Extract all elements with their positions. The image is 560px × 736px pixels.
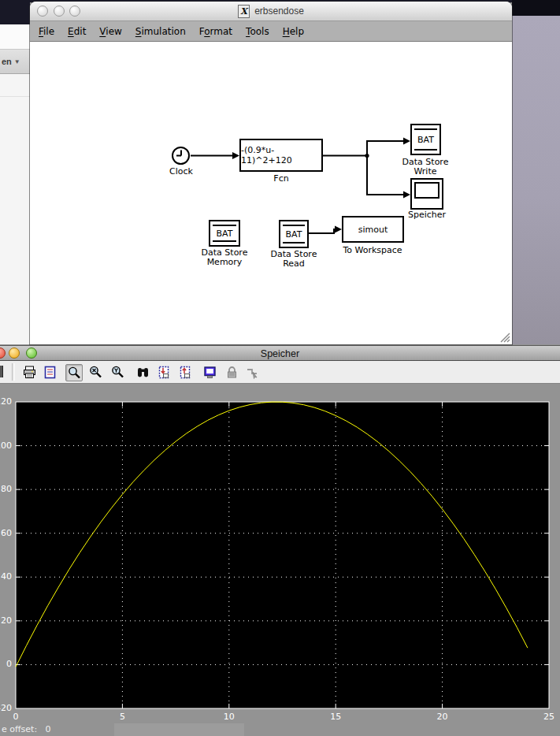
background-divider bbox=[0, 96, 30, 97]
data-store-memory-block[interactable]: BAT bbox=[209, 220, 240, 247]
menu-help[interactable]: Help bbox=[283, 26, 304, 37]
clock-block[interactable] bbox=[172, 147, 190, 165]
to-workspace-text: simout bbox=[358, 225, 388, 235]
model-canvas[interactable]: Clock -(0.9*u-11)^2+120 Fcn BAT Data Sto… bbox=[31, 43, 511, 344]
x-tick-label: 10 bbox=[217, 712, 241, 722]
scope-window-title: Speicher bbox=[0, 346, 560, 362]
arrowhead bbox=[335, 226, 342, 233]
lock-axes-button[interactable] bbox=[224, 364, 239, 380]
y-tick-label: 60 bbox=[0, 528, 12, 538]
lock-icon bbox=[224, 365, 239, 380]
background-dark-strip-right bbox=[512, 0, 560, 16]
clock-icon bbox=[173, 148, 188, 163]
menu-simulation[interactable]: Simulation bbox=[135, 26, 186, 37]
fcn-block[interactable]: -(0.9*u-11)^2+120 bbox=[239, 139, 323, 172]
scope-block-screen-icon bbox=[414, 182, 439, 199]
x-tick-label: 15 bbox=[324, 712, 347, 722]
floating-scope-icon bbox=[202, 365, 217, 380]
toolbar-separator bbox=[12, 363, 15, 381]
to-workspace-block[interactable]: simout bbox=[342, 216, 404, 243]
background-white-strip bbox=[0, 24, 30, 50]
block-rule bbox=[213, 225, 236, 226]
block-rule bbox=[414, 149, 437, 151]
save-axes-icon bbox=[157, 365, 172, 380]
y-tick-label: -20 bbox=[0, 703, 12, 713]
data-store-memory-text: BAT bbox=[217, 229, 233, 239]
block-rule bbox=[414, 128, 437, 130]
y-tick-label: 0 bbox=[0, 659, 12, 669]
y-tick-label: 40 bbox=[0, 571, 12, 582]
zoom-x-button[interactable] bbox=[87, 364, 103, 380]
autoscale-button[interactable] bbox=[135, 364, 150, 380]
x-tick-label: 20 bbox=[431, 712, 454, 722]
menu-format[interactable]: Format bbox=[199, 26, 232, 37]
zoom-icon bbox=[67, 366, 82, 381]
scope-plot-region: 0510152025120100806040200-20 e offset: 0 bbox=[0, 384, 560, 736]
partial-toolbar-icon bbox=[0, 366, 3, 377]
autoscale-binoculars-icon bbox=[135, 365, 150, 380]
resize-grip bbox=[501, 333, 510, 342]
zoom-y-button[interactable] bbox=[109, 364, 125, 380]
scope-plot-area[interactable] bbox=[0, 384, 560, 736]
data-store-memory-label: Data Store Memory bbox=[197, 248, 252, 267]
print-button[interactable] bbox=[21, 364, 37, 380]
window-title: erbsendose bbox=[254, 6, 304, 17]
menu-view[interactable]: View bbox=[99, 26, 121, 37]
desktop-wallpaper bbox=[512, 16, 560, 344]
restore-axes-icon bbox=[178, 365, 193, 380]
scope-block[interactable] bbox=[410, 178, 443, 210]
background-dark-strip-left bbox=[0, 0, 30, 24]
menu-tools[interactable]: Tools bbox=[246, 26, 269, 37]
x-tick-label: 5 bbox=[110, 712, 134, 722]
y-tick-label: 80 bbox=[0, 484, 12, 494]
fcn-label: Fcn bbox=[258, 174, 305, 184]
clock-label: Clock bbox=[165, 167, 197, 177]
x-tick-label: 25 bbox=[537, 712, 560, 722]
block-rule bbox=[283, 225, 305, 226]
open-dropdown-label: en bbox=[2, 57, 12, 66]
parameters-button[interactable] bbox=[42, 364, 57, 380]
background-toolbar: en▼ bbox=[0, 50, 30, 74]
arrowhead bbox=[403, 191, 410, 199]
data-store-read-text: BAT bbox=[286, 229, 302, 240]
axes-box bbox=[16, 402, 549, 708]
open-dropdown-button[interactable]: en▼ bbox=[0, 57, 20, 66]
screen: { "background": { "left_window": { "butt… bbox=[0, 0, 560, 736]
status-strip bbox=[114, 723, 244, 736]
simulink-titlebar[interactable]: X erbsendose bbox=[30, 2, 512, 21]
x11-app-icon: X bbox=[238, 5, 250, 18]
dropdown-caret-icon: ▼ bbox=[14, 58, 20, 65]
data-store-read-label: Data Store Read bbox=[266, 250, 321, 269]
data-store-read-block[interactable]: BAT bbox=[279, 220, 309, 248]
y-tick-label: 120 bbox=[0, 396, 12, 407]
simulink-menubar: File Edit View Simulation Format Tools H… bbox=[30, 21, 512, 42]
data-store-write-label: Data Store Write bbox=[398, 158, 453, 177]
window-title-area: X erbsendose bbox=[30, 2, 512, 20]
floating-scope-button[interactable] bbox=[202, 364, 217, 380]
fcn-expression: -(0.9*u-11)^2+120 bbox=[241, 145, 321, 165]
arrowhead bbox=[232, 152, 239, 159]
scope-block-label: Speicher bbox=[399, 210, 454, 220]
scope-window: Speicher bbox=[0, 345, 560, 736]
y-tick-label: 20 bbox=[0, 615, 12, 626]
zoom-y-icon bbox=[110, 365, 125, 380]
printer-icon bbox=[22, 365, 37, 380]
block-rule bbox=[213, 240, 236, 242]
scope-toolbar bbox=[0, 361, 560, 384]
data-store-write-block[interactable]: BAT bbox=[410, 124, 441, 155]
parameters-icon bbox=[43, 365, 57, 380]
simulink-model-window: X erbsendose File Edit View Simulation F… bbox=[30, 2, 512, 344]
scope-titlebar[interactable]: Speicher bbox=[0, 345, 560, 361]
save-axes-button[interactable] bbox=[156, 364, 172, 380]
signal-selector-icon bbox=[245, 365, 260, 380]
arrowhead bbox=[403, 138, 410, 145]
time-offset-status: e offset: 0 bbox=[2, 724, 51, 734]
to-workspace-label: To Workspace bbox=[341, 246, 404, 255]
restore-axes-button[interactable] bbox=[177, 364, 193, 380]
zoom-x-icon bbox=[88, 365, 103, 380]
menu-edit[interactable]: Edit bbox=[68, 26, 86, 37]
y-tick-label: 100 bbox=[0, 440, 12, 451]
menu-file[interactable]: File bbox=[39, 26, 54, 37]
zoom-button[interactable] bbox=[65, 364, 83, 381]
signal-selector-button[interactable] bbox=[244, 364, 260, 380]
